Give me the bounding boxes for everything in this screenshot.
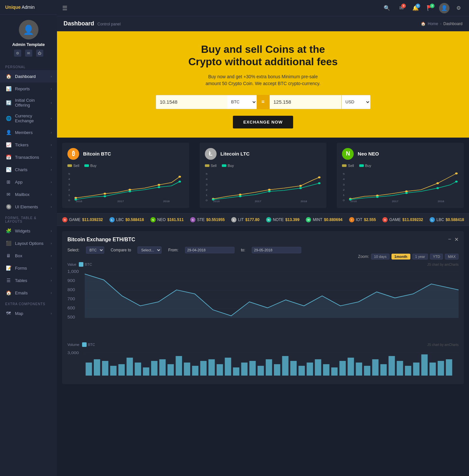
sidebar-item-app[interactable]: ⊞ App › (0, 176, 57, 188)
sidebar-item-label: Initial Coin Offering (15, 98, 51, 108)
sidebar-item-label: Tables (15, 278, 51, 283)
user-settings-icon[interactable]: ⚙ (14, 50, 21, 57)
sidebar-item-ico[interactable]: 🔄 Initial Coin Offering › (0, 95, 57, 111)
amcharts-credit-2: JS chart by amCharts (427, 343, 459, 347)
zoom-10days[interactable]: 10 days (371, 254, 390, 260)
exchange-now-button[interactable]: EXCHANGE NOW (233, 116, 293, 128)
svg-text:3,000: 3,000 (67, 351, 79, 355)
sidebar-item-widgets[interactable]: 🧩 Widgets › (0, 225, 57, 237)
sidebar-item-box[interactable]: 🖥 Box › (0, 249, 57, 262)
game-name: GAME (69, 217, 80, 222)
game-price: $11.039232 (82, 217, 103, 222)
svg-text:600: 600 (67, 306, 75, 310)
sidebar-item-reports[interactable]: 📊 Reports › (0, 82, 57, 95)
ste-icon: S (190, 217, 195, 222)
buy-legend-dot (84, 164, 89, 167)
from-amount-input[interactable] (156, 95, 227, 109)
user-power-icon[interactable]: ⏻ (36, 50, 43, 57)
sidebar-item-layout-options[interactable]: ⬛ Layout Options › (0, 237, 57, 249)
ticker-inner: G GAME $11.039232 L LBC $0.588418 N NEO … (62, 217, 469, 222)
sidebar-item-label: Transactions (15, 155, 51, 160)
to-date-input[interactable] (252, 247, 301, 253)
user-avatar[interactable]: 👤 (439, 3, 449, 13)
zoom-max[interactable]: MAX (445, 254, 459, 260)
ticker-item-ste: S STE $0.551955 (190, 217, 225, 222)
sidebar-item-members[interactable]: 👤 Members › (0, 126, 57, 139)
svg-text:500: 500 (67, 315, 75, 320)
sidebar-item-tickers[interactable]: 📈 Tickers › (0, 139, 57, 151)
svg-rect-85 (192, 366, 199, 376)
settings-button[interactable]: ⚙ (453, 3, 464, 13)
svg-text:2017: 2017 (392, 200, 399, 203)
breadcrumb-home-link[interactable]: Home (428, 22, 438, 26)
svg-rect-96 (282, 356, 289, 376)
user-mail-icon[interactable]: ✉ (25, 50, 32, 57)
transactions-icon: 📅 (5, 154, 12, 160)
volume-btc-legend-color (82, 342, 87, 347)
to-label: to: (241, 248, 245, 252)
menu-toggle-icon[interactable]: ☰ (62, 5, 67, 12)
sidebar-item-label: Layout Options (15, 241, 51, 246)
sidebar-section-personal: PERSONAL (0, 62, 57, 70)
hero-title: Buy and sell Coins at the Crypto without… (64, 43, 462, 68)
minimize-button[interactable]: − (448, 236, 451, 243)
note-price: $13.399 (285, 217, 299, 222)
close-button[interactable]: ✕ (454, 236, 459, 243)
svg-text:3: 3 (68, 183, 70, 186)
tables-icon: ☰ (5, 277, 12, 284)
game-icon: G (62, 217, 67, 222)
svg-rect-105 (356, 363, 362, 376)
bell-badge: 5 (416, 4, 420, 8)
to-currency-select[interactable]: USDEURGBP (341, 95, 371, 109)
zoom-1year[interactable]: 1 year (412, 254, 428, 260)
svg-rect-106 (364, 366, 371, 376)
sidebar-user-icons: ⚙ ✉ ⏻ (3, 50, 54, 57)
mailbox-icon: ✉ (5, 191, 12, 198)
from-currency-select[interactable]: BTCETHLTCNEO (227, 95, 257, 109)
svg-point-17 (158, 186, 160, 188)
sidebar-item-ui-elements[interactable]: 🔘 UI Elements › (0, 201, 57, 213)
ticker-item-mint: M MINT $0.880694 (306, 217, 342, 222)
svg-rect-104 (348, 358, 354, 376)
sidebar-item-label: Currency Exchange (15, 113, 51, 123)
svg-point-12 (158, 184, 160, 186)
sidebar-brand: Unique Admin (0, 0, 57, 15)
svg-rect-87 (208, 359, 215, 376)
neo-icon: N (150, 217, 156, 222)
from-date-input[interactable] (185, 247, 234, 253)
sidebar-item-dashboard[interactable]: 🏠 Dashboard › (0, 70, 57, 82)
sidebar-item-charts[interactable]: 📉 Charts › (0, 163, 57, 176)
compare-select[interactable]: Select...ETHLTC (137, 246, 162, 254)
svg-text:4: 4 (343, 178, 345, 181)
svg-text:1,000: 1,000 (67, 269, 79, 274)
sidebar-item-transactions[interactable]: 📅 Transactions › (0, 151, 57, 163)
to-amount-input[interactable] (270, 95, 341, 109)
ste-name: STE (197, 217, 205, 222)
sidebar-item-map[interactable]: 🗺 Map › (0, 307, 57, 320)
sidebar-item-label: Forms (15, 266, 51, 271)
sidebar-section-forms: FORMS, TABLE & LAYOUTS (0, 213, 57, 225)
volume-btc-legend-label: BTC (88, 343, 95, 347)
sidebar-item-forms[interactable]: 📝 Forms › (0, 262, 57, 274)
svg-rect-102 (331, 367, 338, 376)
sidebar-item-mailbox[interactable]: ✉ Mailbox › (0, 188, 57, 201)
svg-text:0: 0 (343, 199, 345, 202)
ticker-item-iot: I IOT $2.555 (349, 217, 376, 222)
sidebar-item-currency-exchange[interactable]: 🌐 Currency Exchange › (0, 111, 57, 126)
flags-button[interactable]: 🚩 2 (425, 3, 435, 13)
sidebar-item-label: Map (15, 311, 51, 316)
svg-text:5: 5 (343, 172, 345, 175)
lbc-icon: L (109, 217, 115, 222)
lit-name: LIT (238, 217, 244, 222)
notifications-button[interactable]: 🔔 5 (410, 3, 421, 13)
sidebar-item-tables[interactable]: ☰ Tables › (0, 274, 57, 287)
sidebar-item-emails[interactable]: 🏠 Emails › (0, 287, 57, 299)
search-button[interactable]: 🔍 (382, 3, 392, 13)
neo-logo: N (342, 148, 354, 160)
mint-price: $0.880694 (324, 217, 343, 222)
zoom-1month[interactable]: 1month (391, 254, 410, 260)
zoom-ytd[interactable]: YTD (430, 254, 443, 260)
mail-button[interactable]: ✉ 3 (396, 3, 406, 13)
svg-point-52 (349, 199, 352, 201)
exchange-select[interactable]: BTCETHLTC (86, 246, 104, 254)
